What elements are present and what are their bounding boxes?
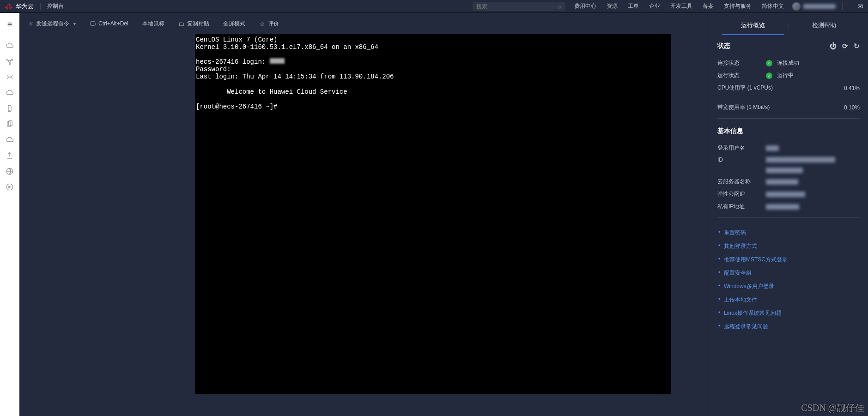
send-remote-command-label: 发送远程命令 [36,20,69,28]
mobile-icon[interactable] [3,102,17,115]
connection-status-label: 连接状态 [717,59,766,67]
link-security-group[interactable]: 配置安全组 [724,270,752,276]
terminal-line: Password: [196,66,231,73]
send-remote-command-button[interactable]: ⎘ 发送远程命令 [30,20,76,28]
id-row: ID [717,154,860,165]
compute-icon[interactable] [3,54,17,68]
svg-rect-5 [7,122,11,127]
bandwidth-usage-value: 0.10% [844,104,860,111]
link-mstsc-login[interactable]: 推荐使用MSTSC方式登录 [724,256,788,263]
paste-icon: 🗀 [178,20,184,27]
ctrl-alt-del-button[interactable]: 🖵 Ctrl+Alt+Del [90,20,128,27]
basic-info-header: 基本信息 [717,127,860,135]
search-icon[interactable]: ⌕ [558,3,561,10]
link-upload-file[interactable]: 上传本地文件 [724,296,757,303]
smile-icon: ☺ [259,20,265,27]
login-user-row: 登录用户名 [717,142,860,154]
globe-icon[interactable] [3,164,17,178]
feedback-button[interactable]: ☺ 评价 [259,20,279,28]
cpu-usage-row: CPU使用率 (1 vCPUs) 0.41% [717,82,860,94]
nav-devtools[interactable]: 开发工具 [670,2,692,10]
redacted-value [766,145,779,151]
reload-icon[interactable]: ↻ [854,42,860,50]
running-status-label: 运行状态 [717,72,766,79]
eip-icon[interactable]: IP [3,180,17,194]
eip-row: 弹性公网IP [717,188,860,200]
cloud-icon[interactable] [3,39,17,53]
id-label: ID [717,157,766,163]
eip-label: 弹性公网IP [717,190,766,198]
connection-status-row: 连接状态 ✓ 连接成功 [717,57,860,69]
divider [842,3,843,10]
toolbar: ⎘ 发送远程命令 🖵 Ctrl+Alt+Del 本地鼠标 🗀 复制粘贴 全屏模式 [19,13,709,34]
link-reset-password[interactable]: 重置密码 [724,229,746,236]
redacted-value [766,157,835,163]
private-ip-row: 私有IP地址 [717,200,860,213]
nav-support[interactable]: 支持与服务 [724,2,752,10]
fullscreen-label: 全屏模式 [223,20,245,28]
nav-icp[interactable]: 备案 [703,2,714,10]
console-link[interactable]: 控制台 [47,2,64,10]
nav-enterprise[interactable]: 企业 [649,2,660,10]
local-mouse-button[interactable]: 本地鼠标 [142,20,164,28]
top-header: 华为云 控制台 ⌕ 费用中心 资源 工单 企业 开发工具 备案 支持与服务 简体… [0,0,868,13]
cloud2-icon[interactable] [3,86,17,100]
link-other-login[interactable]: 其他登录方式 [724,243,757,249]
id-row-2 [717,165,860,175]
right-panel: 运行概览 检测帮助 状态 ⏻ ⟳ ↻ 连接状态 ✓ 连接成功 运行状态 ✓ [709,13,868,416]
divider [40,3,41,10]
terminal-line: CentOS Linux 7 (Core) [196,36,277,43]
network-icon[interactable] [3,70,17,84]
upload-icon[interactable] [3,149,17,163]
feedback-label: 评价 [268,20,279,28]
send-icon: ⎘ [30,20,33,27]
nav-tickets[interactable]: 工单 [628,2,639,10]
server-name-row: 云服务器名称 [717,175,860,188]
link-remote-login-faq[interactable]: 远程登录常见问题 [724,323,768,330]
server-name-label: 云服务器名称 [717,178,766,186]
local-mouse-label: 本地鼠标 [142,20,164,28]
power-icon[interactable]: ⏻ [830,42,837,50]
nav-resources[interactable]: 资源 [607,2,618,10]
divider [717,118,860,119]
menu-icon[interactable]: ≡ [3,18,17,31]
copy-paste-label: 复制粘贴 [187,20,209,28]
svg-point-3 [9,63,11,65]
status-dot-icon: ✓ [766,72,772,79]
mail-icon[interactable]: ✉ [857,2,863,11]
search-input[interactable] [476,3,558,10]
fullscreen-button[interactable]: 全屏模式 [223,20,245,28]
running-status-row: 运行状态 ✓ 运行中 [717,69,860,82]
terminal[interactable]: CentOS Linux 7 (Core) Kernel 3.10.0-1160… [195,34,671,394]
copy-icon[interactable] [3,117,17,131]
link-windows-multiuser[interactable]: Windows多用户登录 [724,283,774,289]
svg-text:IP: IP [8,186,12,189]
terminal-line: hecs-267416 login: [196,58,270,66]
left-rail: ≡ IP [0,13,19,416]
cloud3-icon[interactable] [3,133,17,147]
nav-lang[interactable]: 简体中文 [762,2,784,10]
ctrl-alt-del-label: Ctrl+Alt+Del [98,20,128,27]
monitor-icon: 🖵 [90,20,96,27]
tab-help[interactable]: 检测帮助 [789,17,860,35]
user-block[interactable] [792,2,836,11]
copy-paste-button[interactable]: 🗀 复制粘贴 [178,20,209,28]
refresh-icon[interactable]: ⟳ [842,42,848,50]
terminal-wrap: CentOS Linux 7 (Core) Kernel 3.10.0-1160… [19,34,709,416]
terminal-line: Welcome to Huawei Cloud Service [196,88,347,96]
bandwidth-usage-row: 带宽使用率 (1 Mbit/s) 0.10% [717,101,860,114]
redacted-value [766,168,803,173]
svg-point-2 [12,59,13,60]
redacted-value [766,192,805,197]
running-status-value: 运行中 [777,72,794,79]
tab-overview[interactable]: 运行概览 [717,17,789,35]
avatar [792,2,801,11]
redacted-value [766,179,798,185]
search-box[interactable]: ⌕ [473,2,565,11]
divider [717,99,860,99]
divider [717,217,860,218]
nav-billing[interactable]: 费用中心 [574,2,596,10]
user-name-redacted [803,4,836,9]
login-user-label: 登录用户名 [717,144,766,152]
link-linux-faq[interactable]: Linux操作系统常见问题 [724,310,782,316]
